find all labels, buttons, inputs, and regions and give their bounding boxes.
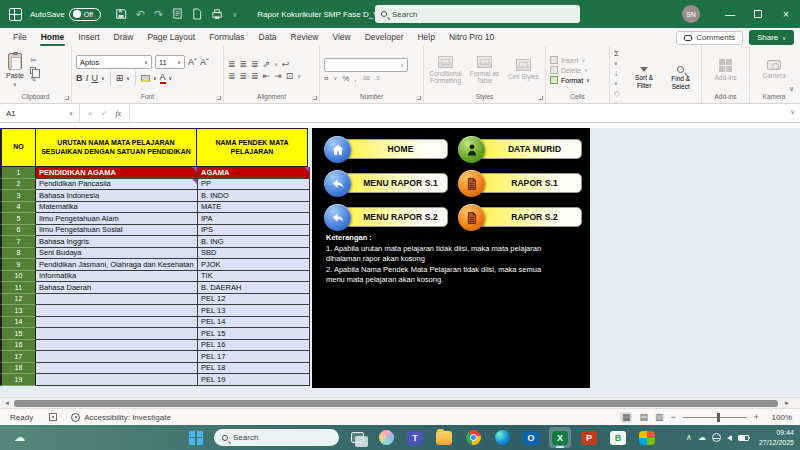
format-cells-button[interactable]: Format∨ <box>550 76 590 84</box>
subject-short-cell[interactable]: SBD <box>198 248 310 260</box>
row-number-cell[interactable]: 15 <box>0 328 36 340</box>
ribbon-tab[interactable]: Page Layout <box>140 29 202 45</box>
page-layout-view-button[interactable]: ▤ <box>639 413 648 422</box>
ribbon-tab[interactable]: Insert <box>71 29 106 45</box>
subject-name-cell[interactable] <box>36 340 198 352</box>
subject-name-cell[interactable]: Seni Budaya <box>36 248 198 260</box>
borders-button[interactable]: ⊞ <box>116 74 124 83</box>
taskbar-app-button[interactable] <box>636 427 658 448</box>
nav-button[interactable]: MENU RAPOR S.1 <box>324 170 448 197</box>
subject-short-cell[interactable]: PEL 12 <box>198 294 310 306</box>
accounting-format-button[interactable]: ¤ <box>324 74 328 83</box>
row-number-cell[interactable]: 17 <box>0 351 36 363</box>
number-format-select[interactable]: ∨ <box>324 58 408 72</box>
taskbar-app-button[interactable]: P <box>578 427 600 448</box>
subject-name-cell[interactable] <box>36 328 198 340</box>
copilot-button[interactable] <box>375 427 397 448</box>
subject-short-cell[interactable]: PEL 15 <box>198 328 310 340</box>
align-left-button[interactable]: ≣ <box>228 71 236 81</box>
subject-short-cell[interactable]: PEL 18 <box>198 363 310 375</box>
subject-name-cell[interactable]: Pendidikan Jasmani, Olahraga dan Kesehat… <box>36 259 198 271</box>
delete-cells-button[interactable]: Delete∨ <box>550 66 590 74</box>
subject-short-cell[interactable]: B. INDO <box>198 190 310 202</box>
align-center-button[interactable]: ≣ <box>240 71 248 81</box>
conditional-formatting-button[interactable]: Conditional Formatting <box>428 56 463 85</box>
comments-button[interactable]: Comments <box>676 31 743 45</box>
taskbar-search[interactable]: Search <box>214 429 339 446</box>
row-number-cell[interactable]: 2 <box>0 179 36 191</box>
row-number-cell[interactable]: 14 <box>0 317 36 329</box>
subject-short-cell[interactable]: B. ING <box>198 236 310 248</box>
ribbon-tab[interactable]: Developer <box>358 29 411 45</box>
row-number-cell[interactable]: 1 <box>0 167 36 179</box>
subject-name-cell[interactable]: Matematika <box>36 202 198 214</box>
enter-icon[interactable]: ✓ <box>101 109 108 118</box>
wrap-text-button[interactable]: ↩ <box>282 59 290 69</box>
expand-formula-bar-icon[interactable]: ∨ <box>790 108 795 116</box>
subject-name-cell[interactable]: Bahasa Indonesia <box>36 190 198 202</box>
dialog-launcher-icon[interactable] <box>217 96 221 100</box>
row-number-cell[interactable]: 4 <box>0 202 36 214</box>
copy-button[interactable] <box>30 67 37 74</box>
tray-chevron-icon[interactable]: ∧ <box>686 434 692 442</box>
italic-button[interactable]: I <box>86 74 89 83</box>
nav-button-label[interactable]: RAPOR S.2 <box>471 207 582 227</box>
insert-cells-button[interactable]: Insert∨ <box>550 56 590 64</box>
align-top-button[interactable]: ≣ <box>228 59 236 69</box>
subject-short-cell[interactable]: MATE <box>198 202 310 214</box>
nav-button[interactable]: MENU RAPOR S.2 <box>324 204 448 231</box>
subject-name-cell[interactable]: PENDIDIKAN AGAMA <box>36 167 198 179</box>
name-box[interactable]: A1 ∨ <box>0 104 80 122</box>
dialog-launcher-icon[interactable] <box>65 96 69 100</box>
taskbar-app-button[interactable]: T <box>404 427 426 448</box>
subject-name-cell[interactable] <box>36 317 198 329</box>
font-size-select[interactable]: 11∨ <box>155 55 185 69</box>
accessibility-status[interactable]: Accessibility: Investigate <box>84 413 171 422</box>
subject-short-cell[interactable]: IPA <box>198 213 310 225</box>
zoom-level[interactable]: 100% <box>766 413 792 422</box>
ribbon-tab[interactable]: Nitro Pro 10 <box>442 29 501 45</box>
row-number-cell[interactable]: 10 <box>0 271 36 283</box>
scroll-left-icon[interactable]: ◄ <box>4 400 10 407</box>
subject-short-cell[interactable]: AGAMA <box>198 167 310 179</box>
nav-button[interactable]: RAPOR S.1 <box>458 170 582 197</box>
subject-short-cell[interactable]: PEL 16 <box>198 340 310 352</box>
subject-name-cell[interactable]: Ilmu Pengetahuan Alam <box>36 213 198 225</box>
new-document-icon[interactable] <box>192 8 202 20</box>
taskbar-app-button[interactable] <box>491 427 513 448</box>
grow-font-button[interactable]: Aˆ <box>188 58 197 67</box>
taskbar-app-button[interactable]: O <box>520 427 542 448</box>
subject-name-cell[interactable] <box>36 294 198 306</box>
normal-view-button[interactable]: ▦ <box>620 412 633 423</box>
share-button[interactable]: Share∨ <box>749 30 794 45</box>
ribbon-tab[interactable]: Formulas <box>202 29 251 45</box>
ribbon-tab[interactable]: Draw <box>107 29 141 45</box>
undo-icon[interactable]: ↶ <box>136 9 145 20</box>
save-icon[interactable] <box>115 8 127 20</box>
decrease-indent-button[interactable]: ⇤ <box>263 71 271 81</box>
subject-name-cell[interactable]: Bahasa Daerah <box>36 282 198 294</box>
percent-button[interactable]: % <box>342 74 349 83</box>
underline-button[interactable]: U <box>92 74 99 83</box>
scroll-right-icon[interactable]: ► <box>784 400 790 407</box>
subject-short-cell[interactable]: PEL 14 <box>198 317 310 329</box>
cancel-icon[interactable]: × <box>88 109 93 118</box>
dialog-launcher-icon[interactable] <box>313 96 317 100</box>
subject-name-cell[interactable] <box>36 351 198 363</box>
worksheet[interactable]: NO URUTAN NAMA MATA PELAJARAN SESUAIKAN … <box>0 123 800 397</box>
font-color-button[interactable]: A <box>160 73 166 84</box>
subject-short-cell[interactable]: B. DAERAH <box>198 282 310 294</box>
align-bottom-button[interactable]: ≣ <box>251 59 259 69</box>
printer-icon[interactable] <box>211 8 223 20</box>
header-short-name[interactable]: NAMA PENDEK MATA PELAJARAN <box>196 128 308 167</box>
cut-button[interactable]: ✂ <box>30 57 37 65</box>
format-as-table-button[interactable]: Format as Table <box>467 56 502 85</box>
nav-button[interactable]: RAPOR S.2 <box>458 204 582 231</box>
taskbar-app-button[interactable] <box>462 427 484 448</box>
row-number-cell[interactable]: 3 <box>0 190 36 202</box>
ribbon-tab[interactable]: Review <box>284 29 326 45</box>
fill-button[interactable]: ↓ ∨ <box>614 69 624 87</box>
clock[interactable]: 09:44 27/12/2025 <box>759 428 794 446</box>
comma-button[interactable]: , <box>354 74 356 83</box>
subject-short-cell[interactable]: PJOK <box>198 259 310 271</box>
